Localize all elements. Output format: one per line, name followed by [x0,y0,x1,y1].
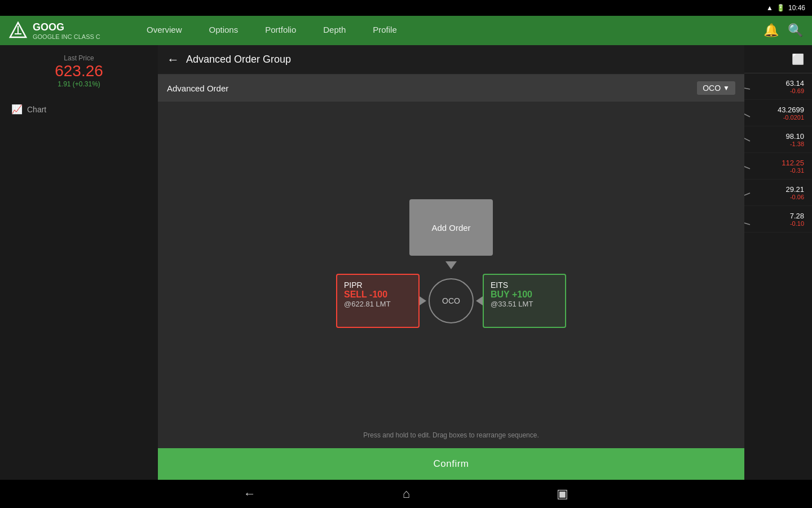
modal-header: ← Advanced Order Group [158,45,744,75]
confirm-label: Confirm [433,458,469,470]
oco-group: OCO [420,278,483,323]
wifi-icon: ▲ [766,4,773,12]
expand-icon[interactable]: ⬜ [792,53,804,65]
status-bar: ▲ 🔋 10:46 [0,0,812,16]
oco-label: OCO [703,84,721,93]
buy-action: BUY +100 [491,290,558,300]
prices-fahn: 29.21 -0.06 [765,185,804,200]
tab-options[interactable]: Options [196,16,252,45]
bottom-nav: ← ⌂ ▣ [0,480,812,508]
tab-overview[interactable]: Overview [133,16,196,45]
tab-depth[interactable]: Depth [310,16,359,45]
brand-company: GOOGLE INC CLASS C [33,33,100,40]
arrow-left-icon [476,296,483,305]
brand-icon [9,21,27,40]
arrow-down-icon [445,261,457,269]
back-nav-button[interactable]: ← [244,487,256,501]
diagram-area: Add Order PIPR SELL -100 @622.81 LMT OCO [158,102,744,448]
tab-portfolio[interactable]: Portfolio [251,16,310,45]
notifications-icon[interactable]: 🔔 [764,23,779,38]
add-order-button[interactable]: Add Order [409,199,493,256]
brand-text: GOOG GOOGLE INC CLASS C [33,21,100,40]
hint-text: Press and hold to edit. Drag boxes to re… [158,431,744,439]
advanced-order-label: Advanced Order [167,84,228,93]
modal-title: Advanced Order Group [186,54,291,65]
time-display: 10:46 [788,4,805,12]
nav-tabs: Overview Options Portfolio Depth Profile [133,16,764,45]
arrow-right-icon [420,296,426,305]
buy-order-card[interactable]: EITS BUY +100 @33.51 LMT [483,274,566,328]
last-price-value: 623.26 [11,62,147,80]
prices-dcfc: 112.25 -0.31 [765,159,804,174]
status-icons: ▲ 🔋 10:46 [766,4,805,12]
chevron-down-icon: ▼ [723,84,730,92]
prices-gvrc: 63.14 -0.69 [765,79,804,94]
prices-phyl: 98.10 -1.38 [765,132,804,147]
last-price-change: 1.91 (+0.31%) [11,80,147,88]
orders-row: PIPR SELL -100 @622.81 LMT OCO EITS BUY … [336,274,566,328]
home-nav-button[interactable]: ⌂ [403,487,410,501]
chart-nav-item[interactable]: 📈 Chart [0,97,158,121]
oco-dropdown[interactable]: OCO ▼ [697,81,735,95]
modal-content: ← Advanced Order Group Advanced Order OC… [158,45,744,480]
back-button[interactable]: ← [167,52,179,67]
sell-order-card[interactable]: PIPR SELL -100 @622.81 LMT [336,274,420,328]
advanced-order-bar: Advanced Order OCO ▼ [158,75,744,102]
chart-icon: 📈 [11,104,23,115]
buy-detail: @33.51 LMT [491,300,558,308]
nav-actions: 🔔 🔍 [764,23,803,38]
buy-ticker: EITS [491,281,558,290]
chart-label: Chart [27,105,46,114]
oco-circle-label: OCO [442,296,460,305]
modal-overlay: ← Advanced Order Group Advanced Order OC… [158,45,744,480]
oco-circle[interactable]: OCO [429,278,474,323]
search-icon[interactable]: 🔍 [788,23,803,38]
watchlist-actions: ⬜ [792,53,804,65]
last-price-section: Last Price 623.26 1.91 (+0.31%) [0,45,158,97]
left-sidebar: Last Price 623.26 1.91 (+0.31%) 📈 Chart [0,45,158,480]
confirm-button[interactable]: Confirm [158,448,744,480]
add-order-label: Add Order [431,223,470,233]
top-nav: GOOG GOOGLE INC CLASS C Overview Options… [0,16,812,45]
tab-profile[interactable]: Profile [359,16,411,45]
prices-pipr: 7.28 -0.10 [765,212,804,227]
last-price-label: Last Price [11,54,147,62]
brand-ticker: GOOG [33,21,100,33]
recents-nav-button[interactable]: ▣ [557,487,568,501]
brand-logo: GOOG GOOGLE INC CLASS C [9,21,133,40]
sell-ticker: PIPR [344,281,412,290]
sell-detail: @622.81 LMT [344,300,412,308]
sell-action: SELL -100 [344,290,412,300]
prices-hgbw: 43.2699 -0.0201 [765,106,804,121]
battery-icon: 🔋 [776,4,785,12]
